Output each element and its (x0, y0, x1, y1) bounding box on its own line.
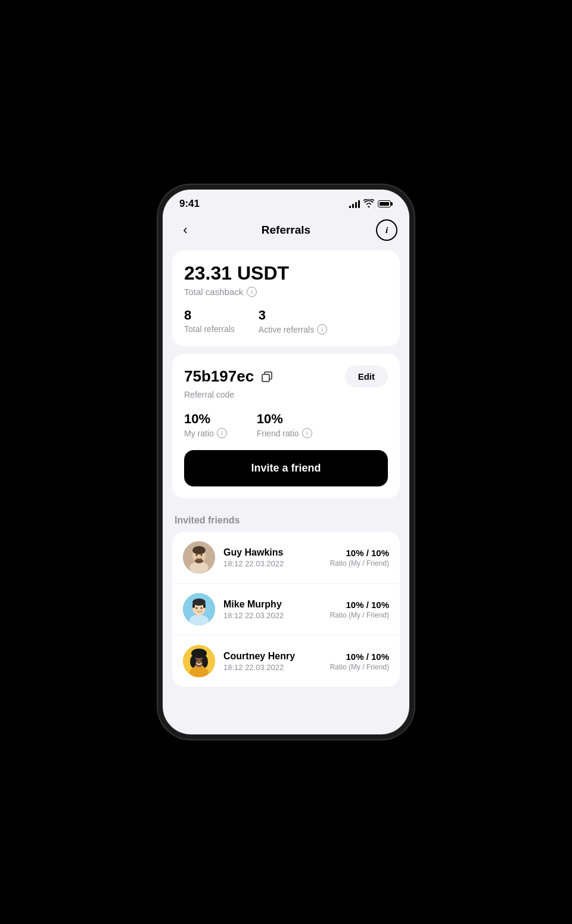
svg-point-5 (196, 554, 198, 556)
header: ‹ Referrals i (163, 215, 409, 250)
list-item: Guy Hawkins 18:12 22.03.2022 10% / 10% R… (172, 532, 400, 583)
friends-list: Guy Hawkins 18:12 22.03.2022 10% / 10% R… (172, 532, 400, 687)
info-button[interactable]: i (376, 219, 397, 241)
friend-ratio-info: 10% / 10% Ratio (My / Friend) (330, 548, 389, 568)
phone-frame: 9:41 (158, 185, 414, 739)
friend-name: Courtney Henry (223, 651, 322, 662)
code-row: 75b197ec Edit (184, 365, 388, 387)
copy-button[interactable] (260, 370, 274, 384)
total-referrals-stat: 8 Total referrals (184, 308, 235, 334)
friend-info: Mike Murphy 18:12 22.03.2022 (223, 599, 322, 620)
code-label: Referral code (184, 390, 388, 399)
back-chevron-icon: ‹ (183, 222, 187, 238)
signal-icon (349, 200, 360, 208)
svg-rect-12 (203, 603, 206, 608)
cashback-label: Total cashback i (184, 287, 388, 297)
wifi-icon (363, 199, 374, 209)
list-item: Mike Murphy 18:12 22.03.2022 10% / 10% R… (172, 583, 400, 635)
friend-ratio-value: 10% / 10% (330, 548, 389, 558)
friend-date: 18:12 22.03.2022 (223, 611, 322, 620)
svg-point-3 (192, 546, 206, 554)
friend-ratio-value: 10% / 10% (330, 652, 389, 662)
svg-point-4 (195, 559, 203, 563)
friend-ratio-value: 10% / 10% (330, 600, 389, 610)
svg-point-19 (190, 656, 196, 668)
active-referrals-value: 3 (259, 308, 327, 323)
status-time: 9:41 (179, 198, 200, 210)
edit-button[interactable]: Edit (345, 365, 388, 387)
referral-code-card: 75b197ec Edit Referral code 10% My ratio (172, 354, 400, 498)
invited-friends-section-label: Invited friends (163, 506, 409, 532)
svg-point-6 (201, 554, 203, 556)
friend-ratio-info: 10% / 10% Ratio (My / Friend) (330, 600, 389, 619)
svg-point-21 (196, 659, 198, 661)
referral-code-value: 75b197ec (184, 367, 254, 386)
back-button[interactable]: ‹ (175, 219, 196, 241)
stats-row: 8 Total referrals 3 Active referrals i (184, 308, 388, 334)
page-title: Referrals (262, 224, 310, 237)
svg-rect-11 (192, 603, 195, 608)
info-icon: i (386, 225, 388, 235)
friend-info: Courtney Henry 18:12 22.03.2022 (223, 651, 322, 672)
active-referrals-stat: 3 Active referrals i (259, 308, 327, 334)
active-referrals-info-icon[interactable]: i (317, 324, 327, 334)
cashback-card: 23.31 USDT Total cashback i 8 Total refe… (172, 250, 400, 346)
ratio-row: 10% My ratio i 10% Friend ratio i (184, 411, 388, 438)
friend-date: 18:12 22.03.2022 (223, 559, 322, 568)
copy-icon (262, 371, 272, 382)
my-ratio-value: 10% (184, 411, 227, 427)
friend-ratio-info: 10% / 10% Ratio (My / Friend) (330, 652, 389, 671)
my-ratio-info-icon[interactable]: i (217, 428, 227, 438)
svg-point-14 (201, 607, 203, 609)
svg-point-20 (202, 656, 208, 668)
avatar (183, 645, 215, 677)
friend-ratio-label: Ratio (My / Friend) (330, 663, 389, 671)
friend-ratio-stat: 10% Friend ratio i (257, 411, 312, 438)
my-ratio-stat: 10% My ratio i (184, 411, 227, 438)
friend-name: Mike Murphy (223, 599, 322, 610)
friend-ratio-label: Friend ratio i (257, 428, 312, 438)
friend-info: Guy Hawkins 18:12 22.03.2022 (223, 547, 322, 568)
friend-ratio-label: Ratio (My / Friend) (330, 559, 389, 568)
avatar (183, 593, 215, 625)
battery-icon (378, 200, 393, 207)
friend-ratio-label: Ratio (My / Friend) (330, 611, 389, 619)
my-ratio-label: My ratio i (184, 428, 227, 438)
active-referrals-label: Active referrals i (259, 324, 327, 334)
friend-name: Guy Hawkins (223, 547, 322, 558)
code-left: 75b197ec (184, 367, 274, 386)
phone-screen: 9:41 (163, 190, 409, 734)
list-item: Courtney Henry 18:12 22.03.2022 10% / 10… (172, 635, 400, 687)
total-referrals-label: Total referrals (184, 324, 235, 334)
status-bar: 9:41 (163, 190, 409, 215)
svg-point-13 (196, 607, 198, 609)
avatar (183, 541, 215, 573)
friend-date: 18:12 22.03.2022 (223, 663, 322, 672)
invite-button[interactable]: Invite a friend (184, 450, 388, 486)
friend-ratio-value: 10% (257, 411, 312, 427)
cashback-amount: 23.31 USDT (184, 262, 388, 284)
status-icons (349, 199, 393, 209)
total-referrals-value: 8 (184, 308, 235, 323)
cashback-info-icon[interactable]: i (247, 287, 257, 297)
friend-ratio-info-icon[interactable]: i (302, 428, 312, 438)
svg-point-22 (201, 659, 203, 661)
